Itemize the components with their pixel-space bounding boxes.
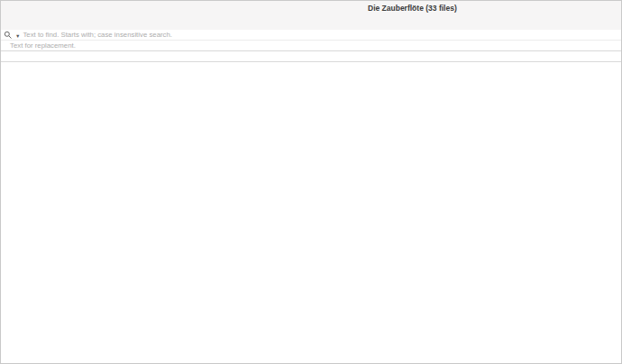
tag-editor-window: Die Zauberflöte (33 files) ▼ Text to fin… [0,0,622,364]
search-icon [4,31,13,40]
find-input[interactable]: Text to find. Starts with; case insensit… [23,31,172,39]
table-header [1,51,621,62]
replace-field[interactable]: Text for replacement. [1,41,621,51]
find-field[interactable]: ▼ Text to find. Starts with; case insens… [1,30,621,41]
toolbar [1,11,621,30]
search-options-chevron-icon[interactable]: ▼ [15,33,20,39]
replace-input[interactable]: Text for replacement. [10,41,76,50]
window-chrome: Die Zauberflöte (33 files) [1,1,621,31]
